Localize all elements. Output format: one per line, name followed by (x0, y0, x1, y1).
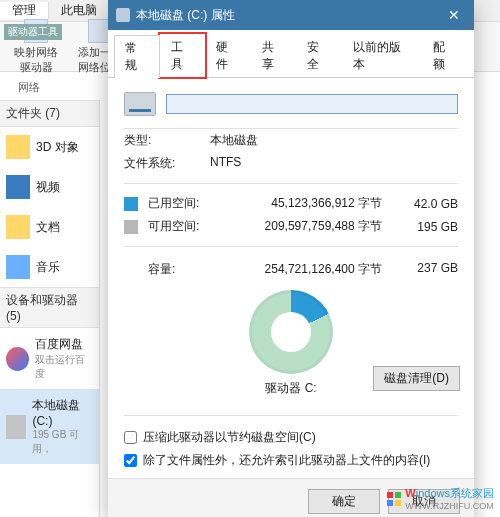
index-checkbox[interactable] (124, 454, 137, 467)
free-swatch (124, 220, 138, 234)
dialog-tabs: 常规 工具 硬件 共享 安全 以前的版本 配额 (108, 30, 474, 78)
properties-dialog: 本地磁盘 (C:) 属性 ✕ 常规 工具 硬件 共享 安全 以前的版本 配额 类… (108, 0, 474, 517)
index-label: 除了文件属性外，还允许索引此驱动器上文件的内容(I) (143, 452, 430, 469)
disk-icon (6, 415, 26, 439)
used-gb: 42.0 GB (398, 197, 458, 211)
explorer-content: 文件夹 (7) 3D 对象 视频 文档 音乐 设备和驱动器 (5) 百度网盘 双… (0, 100, 100, 517)
index-checkbox-row[interactable]: 除了文件属性外，还允许索引此驱动器上文件的内容(I) (124, 449, 458, 472)
tab-pane-general: 类型:本地磁盘 文件系统:NTFS 已用空间: 45,123,366,912 字… (108, 78, 474, 478)
windows-logo-icon (387, 492, 401, 506)
free-label: 可用空间: (148, 218, 214, 235)
tab-sharing[interactable]: 共享 (251, 34, 297, 77)
tab-hardware[interactable]: 硬件 (205, 34, 251, 77)
ribbon-tab-thispc[interactable]: 此电脑 (49, 2, 109, 19)
fs-value: NTFS (210, 155, 458, 172)
ok-button[interactable]: 确定 (308, 489, 380, 514)
section-folders[interactable]: 文件夹 (7) (0, 100, 99, 127)
tab-general[interactable]: 常规 (114, 35, 160, 78)
section-devices[interactable]: 设备和驱动器 (5) (0, 287, 99, 328)
fs-label: 文件系统: (124, 155, 210, 172)
ribbon-group-label: 网络 (18, 80, 40, 95)
tab-quota[interactable]: 配额 (422, 34, 468, 77)
free-gb: 195 GB (398, 220, 458, 234)
baidu-icon (6, 347, 29, 371)
list-item[interactable]: 视频 (0, 167, 99, 207)
list-item[interactable]: 百度网盘 双击运行百度 (0, 328, 99, 389)
capacity-gb: 237 GB (398, 261, 458, 278)
drive-icon (116, 8, 130, 22)
compress-label: 压缩此驱动器以节约磁盘空间(C) (143, 429, 316, 446)
compress-checkbox-row[interactable]: 压缩此驱动器以节约磁盘空间(C) (124, 426, 458, 449)
dialog-title: 本地磁盘 (C:) 属性 (136, 7, 434, 24)
list-item[interactable]: 3D 对象 (0, 127, 99, 167)
tab-previous-versions[interactable]: 以前的版本 (342, 34, 423, 77)
list-item[interactable]: 音乐 (0, 247, 99, 287)
disk-cleanup-button[interactable]: 磁盘清理(D) (373, 366, 460, 391)
used-bytes: 45,123,366,912 字节 (214, 195, 398, 212)
tab-tools[interactable]: 工具 (160, 34, 206, 77)
capacity-bytes: 254,721,126,400 字节 (214, 261, 398, 278)
music-icon (6, 255, 30, 279)
drive-name-input[interactable] (166, 94, 458, 114)
capacity-label: 容量: (124, 261, 214, 278)
list-item[interactable]: 文档 (0, 207, 99, 247)
type-value: 本地磁盘 (210, 132, 458, 149)
list-item-selected[interactable]: 本地磁盘 (C:) 195 GB 可用， (0, 389, 99, 464)
folder-icon (6, 135, 30, 159)
video-icon (6, 175, 30, 199)
dialog-titlebar[interactable]: 本地磁盘 (C:) 属性 ✕ (108, 0, 474, 30)
toolbar-title-pill: 驱动器工具 (4, 24, 62, 40)
pie-drive-label: 驱动器 C: (265, 380, 316, 397)
used-label: 已用空间: (148, 195, 214, 212)
free-bytes: 209,597,759,488 字节 (214, 218, 398, 235)
drive-large-icon (124, 92, 156, 116)
folder-icon (6, 215, 30, 239)
close-button[interactable]: ✕ (434, 0, 474, 30)
ribbon-tab-manage[interactable]: 管理 (0, 2, 49, 19)
used-swatch (124, 197, 138, 211)
compress-checkbox[interactable] (124, 431, 137, 444)
watermark: Windows系统家园 WWW.RJZHIFU.COM (387, 486, 494, 511)
tab-security[interactable]: 安全 (296, 34, 342, 77)
type-label: 类型: (124, 132, 210, 149)
